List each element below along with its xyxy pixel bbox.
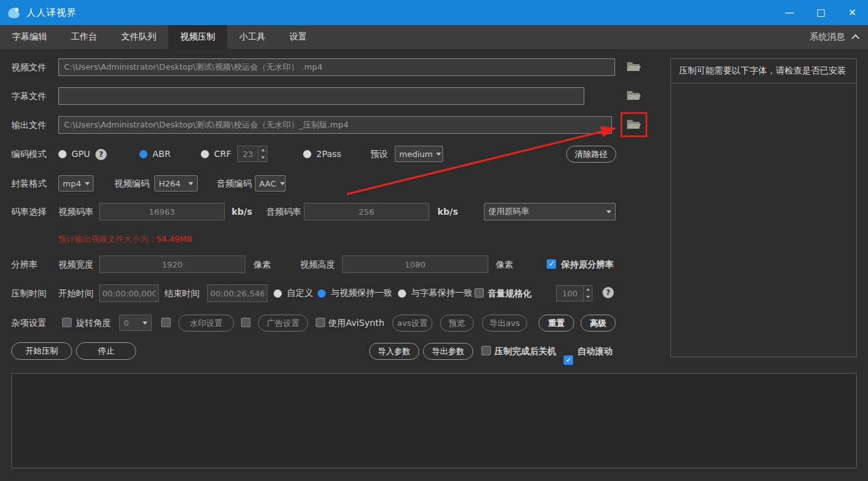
shutdown-label: 压制完成后关机 (495, 342, 556, 360)
audio-bitrate-input[interactable] (304, 203, 429, 220)
radio-match-subtitle[interactable]: 与字幕保持一致 (398, 284, 473, 302)
radio-abr-label: ABR (153, 149, 171, 159)
video-file-input[interactable] (58, 58, 615, 76)
volume-value: 100 (557, 289, 583, 298)
reset-button[interactable]: 重置 (538, 315, 574, 332)
spinner-arrows-icon (583, 286, 592, 301)
subtitle-file-label: 字幕文件 (11, 87, 46, 105)
watermark-checkbox[interactable] (161, 318, 171, 327)
container-format-value: mp4 (63, 179, 81, 188)
folder-icon (626, 90, 641, 102)
font-check-header: 压制可能需要以下字体，请检查是否已安装 (671, 59, 856, 84)
volume-spinner[interactable]: 100 (556, 285, 592, 301)
radio-custom-time[interactable]: 自定义 (274, 284, 313, 302)
audio-codec-label: 音频编码 (217, 175, 252, 192)
chevron-down-icon (280, 182, 285, 185)
output-file-label: 输出文件 (11, 116, 46, 134)
crf-value-spinner[interactable]: 23 (237, 146, 267, 162)
volume-help-icon[interactable]: ? (603, 287, 614, 298)
chevron-up-icon (852, 34, 860, 42)
minimize-button[interactable]: — (774, 0, 805, 25)
system-message-label: 系统消息 (810, 31, 845, 43)
output-size-estimate: 预计输出视频文件大小为：54.49MB (58, 234, 192, 245)
preview-button[interactable]: 预览 (440, 315, 474, 332)
radio-match-video[interactable]: 与视频保持一致 (318, 284, 392, 302)
audio-bitrate-unit: kb/s (437, 203, 458, 220)
import-params-button[interactable]: 导入参数 (369, 343, 419, 360)
radio-2pass[interactable]: 2Pass (303, 145, 341, 163)
video-codec-label: 视频编码 (114, 175, 149, 192)
video-codec-value: H264 (159, 179, 181, 188)
time-section-label: 压制时间 (11, 284, 46, 302)
export-avs-button[interactable]: 导出avs (482, 315, 527, 332)
video-codec-dropdown[interactable]: H264 (154, 175, 198, 192)
container-format-label: 封装格式 (11, 175, 46, 192)
radio-dot (201, 150, 209, 158)
radio-gpu[interactable]: GPU (58, 145, 90, 163)
ad-settings-button[interactable]: 广告设置 (258, 315, 308, 332)
avs-settings-button[interactable]: avs设置 (392, 315, 432, 332)
start-compress-button[interactable]: 开始压制 (11, 342, 72, 360)
video-bitrate-unit: kb/s (232, 203, 252, 220)
video-bitrate-label: 视频码率 (58, 203, 94, 220)
log-output[interactable] (11, 373, 857, 468)
tab-workbench[interactable]: 工作台 (59, 25, 109, 49)
watermark-settings-button[interactable]: 水印设置 (178, 315, 234, 332)
title-bar: 人人译视界 — □ ✕ (0, 0, 868, 25)
radio-dot (318, 289, 326, 298)
output-file-input[interactable] (58, 116, 612, 134)
avisynth-checkbox[interactable] (316, 318, 325, 327)
chevron-down-icon (85, 182, 90, 185)
window-controls: — □ ✕ (774, 0, 868, 25)
system-message-area[interactable]: 系统消息 (810, 25, 868, 49)
audio-codec-value: AAC (259, 179, 276, 188)
ad-checkbox[interactable] (241, 318, 250, 327)
shutdown-checkbox[interactable] (481, 346, 491, 355)
tab-tools[interactable]: 小工具 (227, 25, 277, 49)
radio-crf[interactable]: CRF (201, 145, 232, 163)
audio-bitrate-label: 音频码率 (266, 203, 301, 220)
app-title: 人人译视界 (26, 7, 77, 19)
video-height-input[interactable] (342, 256, 488, 273)
audio-codec-dropdown[interactable]: AAC (255, 175, 286, 192)
container-format-dropdown[interactable]: mp4 (58, 175, 94, 192)
rotation-dropdown[interactable]: 0 (119, 315, 152, 331)
subtitle-file-browse-button[interactable] (625, 89, 643, 104)
video-file-browse-button[interactable] (625, 60, 643, 75)
close-button[interactable]: ✕ (837, 0, 868, 25)
tab-subtitle-edit[interactable]: 字幕编辑 (0, 25, 59, 49)
rotation-value: 0 (124, 318, 129, 328)
export-params-button[interactable]: 导出参数 (423, 343, 473, 360)
video-width-input[interactable] (99, 256, 245, 273)
end-time-input[interactable] (207, 284, 267, 302)
advanced-button[interactable]: 高级 (581, 315, 616, 332)
stop-button[interactable]: 停止 (76, 342, 136, 360)
spinner-arrows-icon (258, 146, 267, 161)
maximize-button[interactable]: □ (805, 0, 837, 25)
output-file-browse-button[interactable] (625, 117, 643, 132)
volume-normalize-checkbox[interactable] (474, 288, 484, 298)
gpu-help-icon[interactable]: ? (95, 149, 107, 160)
rotation-checkbox[interactable] (62, 318, 72, 327)
radio-dot (303, 150, 311, 158)
tab-video-compress[interactable]: 视频压制 (168, 25, 227, 49)
app-logo-icon (6, 5, 21, 20)
video-file-label: 视频文件 (11, 58, 46, 76)
font-check-panel: 压制可能需要以下字体，请检查是否已安装 (670, 58, 857, 357)
radio-abr[interactable]: ABR (139, 145, 171, 163)
encode-mode-label: 编码模式 (11, 145, 46, 163)
radio-gpu-label: GPU (72, 149, 90, 159)
preset-dropdown[interactable]: medium (395, 146, 443, 162)
tab-settings[interactable]: 设置 (277, 25, 319, 49)
bitrate-mode-dropdown[interactable]: 使用原码率 (484, 203, 616, 220)
start-time-input[interactable] (99, 284, 159, 302)
autoscroll-checkbox[interactable] (564, 355, 573, 365)
tab-file-queue[interactable]: 文件队列 (109, 25, 168, 49)
clear-path-button[interactable]: 清除路径 (566, 146, 616, 163)
keep-resolution-checkbox[interactable] (547, 259, 556, 269)
video-bitrate-input[interactable] (99, 203, 225, 220)
subtitle-file-input[interactable] (58, 87, 584, 105)
radio-dot (58, 150, 67, 158)
avisynth-label: 使用AviSynth (328, 314, 384, 332)
volume-normalize-label: 音量规格化 (488, 284, 532, 302)
